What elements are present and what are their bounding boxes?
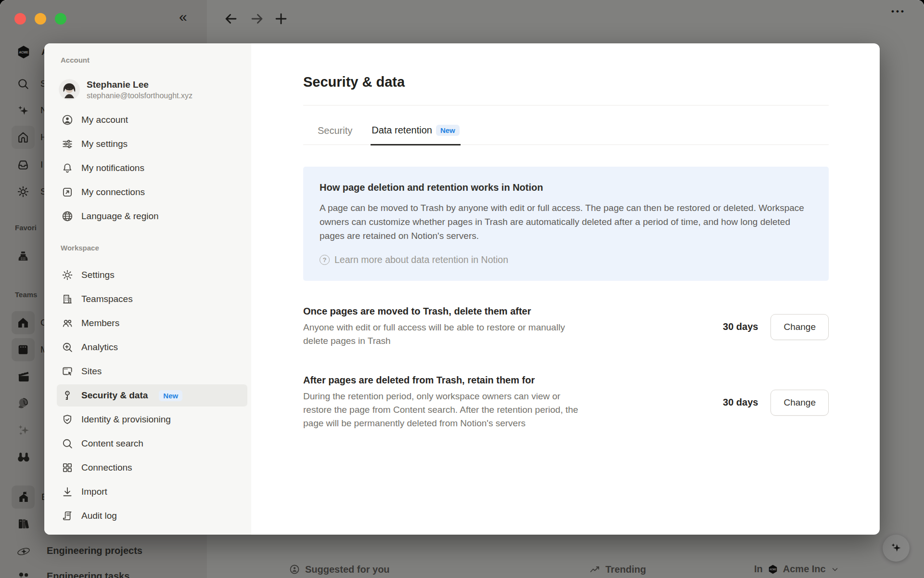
account-user-row[interactable]: Stephanie Lee stephanie@toolsforthought.…: [57, 75, 247, 104]
window-controls: [14, 13, 66, 25]
person-circle-icon: [61, 113, 74, 127]
account-section-label: Account: [57, 56, 247, 67]
close-window-button[interactable]: [14, 13, 26, 25]
building-icon: [61, 292, 74, 306]
learn-more-link[interactable]: ? Learn more about data retention in Not…: [320, 254, 812, 265]
sidebar-item-my-notifications[interactable]: My notifications: [57, 157, 247, 179]
sliders-icon: [61, 137, 74, 151]
setting-description: Anyone with edit or full access will be …: [303, 321, 580, 348]
sidebar-item-my-settings[interactable]: My settings: [57, 133, 247, 155]
info-box-title: How page deletion and retention works in…: [320, 182, 812, 193]
search-icon: [61, 437, 74, 450]
notion-window: « ••• ACME A S N: [0, 0, 924, 578]
sidebar-item-language-region[interactable]: Language & region: [57, 205, 247, 227]
sidebar-item-analytics[interactable]: Analytics: [57, 336, 247, 358]
setting-title: After pages are deleted from Trash, reta…: [303, 375, 713, 386]
sidebar-item-my-account[interactable]: My account: [57, 109, 247, 131]
sidebar-item-security-data[interactable]: Security & data New: [57, 384, 247, 407]
browser-cursor-icon: [61, 365, 74, 378]
arrow-up-right-square-icon: [61, 185, 74, 199]
setting-value: 30 days: [723, 321, 758, 332]
setting-description: During the retention period, only worksp…: [303, 390, 580, 430]
settings-content: Security & data Security Data retention …: [251, 43, 880, 535]
tab-security[interactable]: Security: [317, 105, 353, 144]
globe-icon: [61, 210, 74, 223]
sidebar-item-import[interactable]: Import: [57, 481, 247, 503]
user-name: Stephanie Lee: [87, 79, 192, 91]
sidebar-item-audit-log[interactable]: Audit log: [57, 505, 247, 527]
setting-title: Once pages are moved to Trash, delete th…: [303, 306, 713, 317]
change-button[interactable]: Change: [770, 314, 829, 340]
sidebar-item-members[interactable]: Members: [57, 312, 247, 334]
gear-icon: [61, 268, 74, 282]
settings-dialog: Account Stephanie Lee stephanie@toolsfor…: [44, 43, 880, 535]
tab-data-retention[interactable]: Data retention New: [371, 105, 460, 145]
change-button[interactable]: Change: [770, 390, 829, 416]
magnifier-plus-icon: [61, 341, 74, 354]
shield-check-icon: [61, 413, 74, 426]
sidebar-item-content-search[interactable]: Content search: [57, 433, 247, 455]
help-icon: ?: [320, 255, 330, 265]
sidebar-item-settings[interactable]: Settings: [57, 264, 247, 286]
zoom-window-button[interactable]: [55, 13, 66, 25]
tab-bar: Security Data retention New: [303, 105, 829, 145]
sidebar-item-identity-provisioning[interactable]: Identity & provisioning: [57, 408, 247, 431]
sidebar-item-sites[interactable]: Sites: [57, 360, 247, 382]
user-email: stephanie@toolsforthought.xyz: [87, 91, 192, 101]
new-badge: New: [436, 125, 460, 136]
sidebar-item-my-connections[interactable]: My connections: [57, 181, 247, 203]
page-title: Security & data: [303, 72, 829, 92]
workspace-section-label: Workspace: [57, 244, 247, 255]
key-icon: [61, 389, 74, 402]
people-icon: [61, 316, 74, 330]
retention-info-box: How page deletion and retention works in…: [303, 167, 829, 281]
scroll-icon: [61, 509, 74, 523]
trash-deletion-setting: Once pages are moved to Trash, delete th…: [303, 306, 829, 348]
info-box-body: A page can be moved to Trash by anyone w…: [320, 201, 812, 243]
settings-sidebar: Account Stephanie Lee stephanie@toolsfor…: [44, 43, 251, 535]
sidebar-item-teamspaces[interactable]: Teamspaces: [57, 288, 247, 310]
new-badge: New: [159, 390, 182, 401]
setting-value: 30 days: [723, 397, 758, 408]
sidebar-item-connections[interactable]: Connections: [57, 457, 247, 479]
retention-period-setting: After pages are deleted from Trash, reta…: [303, 375, 829, 430]
grid-icon: [61, 461, 74, 474]
bell-icon: [61, 161, 74, 175]
avatar: [59, 79, 80, 100]
download-arrow-icon: [61, 485, 74, 499]
minimize-window-button[interactable]: [35, 13, 46, 25]
